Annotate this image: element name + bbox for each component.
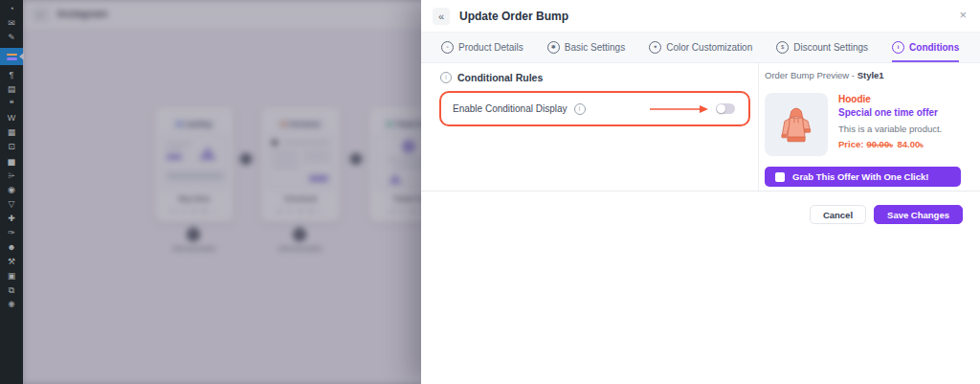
save-changes-button[interactable]: Save Changes [874, 205, 963, 224]
new-price: 84.00৳ [897, 139, 923, 149]
pages-icon[interactable]: ▤ [0, 85, 23, 94]
forms-icon[interactable]: ⊡ [0, 143, 23, 151]
clone-icon[interactable]: ⧉ [0, 286, 23, 295]
info-icon: i [574, 103, 586, 115]
drawer-tabbar: ▫ Product Details ✱ Basic Settings ✦ Col… [421, 33, 980, 63]
tab-color-customization[interactable]: ✦ Color Customization [649, 33, 752, 62]
elementor-icon[interactable]: ◉ [0, 186, 23, 194]
pen-icon[interactable]: ✑ [0, 229, 23, 237]
hoodie-illustration-icon [771, 100, 821, 149]
tools-icon[interactable]: ⚒ [0, 258, 23, 266]
tab-product-details[interactable]: ▫ Product Details [441, 33, 523, 62]
info-icon: i [892, 41, 904, 54]
cancel-button[interactable]: Cancel [810, 205, 866, 224]
settings-icon[interactable]: ❋ [0, 301, 23, 309]
highlight-box: Enable Conditional Display i [439, 91, 750, 126]
old-price: 90.00৳ [866, 139, 892, 149]
info-icon: i [440, 72, 452, 83]
tab-conditions[interactable]: i Conditions [892, 33, 959, 62]
style-name: Style1 [858, 70, 884, 80]
comments-icon[interactable]: ❝ [0, 100, 23, 108]
active-item-notch [19, 53, 24, 60]
drawer-title: Update Order Bump [459, 10, 568, 23]
order-bump-preview-panel: Order Bump Preview - Style1 [758, 63, 980, 191]
close-icon[interactable]: × [959, 9, 967, 22]
tab-label: Basic Settings [565, 42, 625, 53]
toggle-label: Enable Conditional Display [453, 103, 568, 114]
tab-basic-settings[interactable]: ✱ Basic Settings [547, 33, 625, 62]
palette-icon: ✦ [649, 41, 661, 54]
toggle-knob [717, 104, 725, 113]
tab-label: Discount Settings [793, 42, 868, 53]
tab-label: Conditions [909, 42, 959, 53]
filter-icon[interactable]: ▽ [0, 200, 23, 209]
analytics-icon[interactable]: ▅ [0, 157, 23, 166]
product-offer: Special one time offer [838, 107, 942, 118]
translate-icon[interactable]: ¶ [0, 71, 23, 79]
woocommerce-icon[interactable]: W [0, 114, 23, 123]
embed-icon[interactable]: ▣ [0, 272, 23, 281]
gear-icon: ✱ [547, 41, 560, 54]
pin-icon[interactable]: ✎ [0, 34, 23, 42]
section-title: Conditional Rules [457, 72, 543, 83]
tab-label: Color Customization [666, 42, 752, 53]
dollar-icon: $ [776, 41, 789, 54]
enable-conditional-display-toggle[interactable] [716, 103, 735, 114]
product-details-icon: ▫ [441, 41, 454, 54]
screen: « Instagram Landing Buy Now ◎ ✎ ⊕ ⊞ ⌕ + … [0, 0, 980, 384]
media-icon[interactable]: ▦ [0, 128, 23, 137]
marketing-icon[interactable]: ⌲ [0, 171, 23, 180]
mail-icon[interactable]: ✉ [0, 19, 23, 28]
funnel-logo-icon [7, 57, 17, 60]
tab-discount-settings[interactable]: $ Discount Settings [776, 33, 868, 62]
collapse-drawer-button[interactable]: « [433, 8, 450, 25]
drawer-content: i Conditional Rules Enable Conditional D… [421, 63, 980, 192]
drawer-footer: Cancel Save Changes [421, 192, 980, 224]
sidebar-item-funnel-builder-active[interactable] [0, 48, 23, 65]
funnel-logo-icon [7, 54, 17, 56]
plugins-icon[interactable]: ✚ [0, 215, 23, 223]
users-icon[interactable]: ☻ [0, 243, 23, 252]
product-price: Price:90.00৳ 84.00৳ [838, 139, 942, 150]
offer-checkbox[interactable] [775, 172, 785, 182]
conditions-panel: i Conditional Rules Enable Conditional D… [421, 63, 758, 191]
dashboard-icon[interactable]: ◔ [0, 5, 23, 13]
update-order-bump-drawer: « Update Order Bump × ▫ Product Details … [421, 0, 980, 384]
product-name: Hoodie [838, 94, 942, 104]
pointer-arrow-icon [650, 104, 709, 114]
grab-offer-banner[interactable]: Grab This Offer With One Click! [765, 167, 961, 187]
product-image [765, 93, 828, 156]
tab-label: Product Details [458, 42, 523, 53]
product-description: This is a variable product. [838, 124, 942, 134]
offer-label: Grab This Offer With One Click! [792, 171, 928, 182]
wp-admin-sidebar: ◔ ✉ ✎ ¶ ▤ ❝ W ▦ ⊡ ▅ ⌲ ◉ ▽ ✚ ✑ ☻ ⚒ ▣ ⧉ ❋ [0, 0, 23, 384]
drawer-header: « Update Order Bump × [421, 0, 980, 33]
preview-title: Order Bump Preview - Style1 [765, 70, 961, 80]
